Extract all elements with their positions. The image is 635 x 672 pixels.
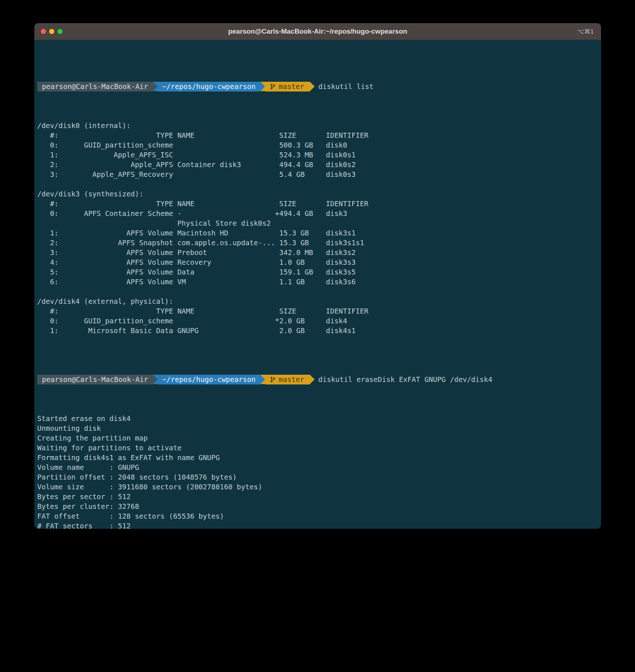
- erase-disk-output: Started erase on disk4 Unmounting disk C…: [37, 414, 601, 529]
- git-branch-icon: [270, 377, 276, 383]
- prompt-user-host: pearson@Carls-MacBook-Air: [37, 375, 153, 384]
- shell-prompt: pearson@Carls-MacBook-Air ~/repos/hugo-c…: [37, 375, 601, 384]
- zoom-button[interactable]: [57, 29, 63, 34]
- powerline-arrow-icon: [310, 82, 315, 91]
- powerline-arrow-icon: [153, 82, 158, 91]
- minimize-button[interactable]: [49, 29, 54, 34]
- prompt-cwd: ~/repos/hugo-cwpearson: [158, 375, 260, 384]
- terminal-content[interactable]: pearson@Carls-MacBook-Air ~/repos/hugo-c…: [34, 40, 601, 529]
- git-branch-name: master: [279, 82, 304, 92]
- window-controls: [34, 29, 63, 34]
- shell-prompt: pearson@Carls-MacBook-Air ~/repos/hugo-c…: [37, 82, 601, 92]
- titlebar[interactable]: pearson@Carls-MacBook-Air:~/repos/hugo-c…: [34, 23, 601, 40]
- window-title: pearson@Carls-MacBook-Air:~/repos/hugo-c…: [34, 23, 601, 40]
- prompt-user-host: pearson@Carls-MacBook-Air: [37, 82, 153, 92]
- terminal-window: pearson@Carls-MacBook-Air:~/repos/hugo-c…: [34, 23, 601, 529]
- powerline-arrow-icon: [310, 375, 315, 384]
- prompt-cwd: ~/repos/hugo-cwpearson: [158, 82, 260, 92]
- powerline-arrow-icon: [260, 82, 265, 91]
- close-button[interactable]: [41, 29, 46, 34]
- diskutil-list-output: /dev/disk0 (internal): #: TYPE NAME SIZE…: [37, 121, 601, 336]
- prompt-git-segment: master: [265, 82, 310, 92]
- powerline-arrow-icon: [153, 375, 158, 384]
- window-shortcut-badge: ⌥⌘1: [577, 28, 601, 35]
- powerline-arrow-icon: [260, 375, 265, 384]
- command-text: diskutil eraseDisk ExFAT GNUPG /dev/disk…: [315, 375, 492, 384]
- prompt-git-segment: master: [265, 375, 310, 384]
- git-branch-icon: [270, 84, 276, 90]
- command-text: diskutil list: [315, 82, 374, 92]
- git-branch-name: master: [279, 375, 304, 384]
